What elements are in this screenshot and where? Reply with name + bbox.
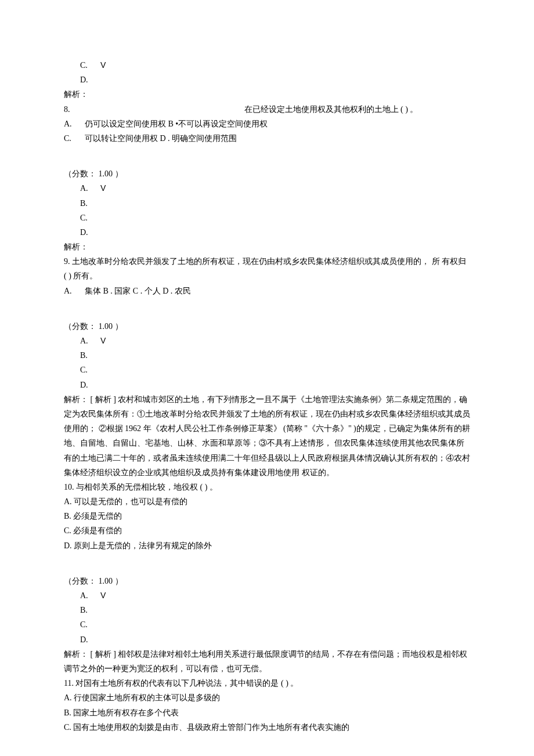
prev-analysis-label: 解析：	[64, 87, 470, 102]
q9-answer-a: A. V	[64, 334, 470, 348]
q10-option-d: D. 原则上是无偿的，法律另有规定的除外	[64, 538, 470, 553]
q9-answer-c: C.	[64, 363, 470, 377]
q11-option-a: A. 行使国家土地所有权的主体可以是多级的	[64, 690, 470, 705]
q9-stem: 9. 土地改革时分给农民并颁发了土地的所有权证，现在仍由村或乡农民集体经济组织或…	[64, 254, 470, 283]
prev-option-c: C. V	[64, 58, 470, 73]
q8-option-a-row: A.仍可以设定空间使用权 B •不可以再设定空间使用权	[64, 117, 470, 131]
q8-answer-c: C.	[64, 211, 470, 225]
q10-answer-c: C.	[64, 617, 470, 632]
q8-analysis-label: 解析：	[64, 240, 470, 254]
q10-option-c: C. 必须是有偿的	[64, 523, 470, 538]
prev-option-d: D.	[64, 73, 470, 87]
q10-score: （分数： 1.00 ）	[64, 574, 470, 588]
q10-stem: 10. 与相邻关系的无偿相比较，地役权 ( ) 。	[64, 480, 470, 494]
q9-analysis: 解析： [ 解析 ] 农村和城市郊区的土地，有下列情形之一且不属于《土地管理法实…	[64, 392, 470, 480]
q10-option-a: A. 可以是无偿的，也可以是有偿的	[64, 494, 470, 509]
q10-answer-d: D.	[64, 632, 470, 647]
q8-stem: 8.在已经设定土地使用权及其他权利的土地上 ( ) 。	[64, 102, 470, 117]
q10-answer-b: B.	[64, 603, 470, 617]
q11-option-c: C. 国有土地使用权的划拨是由市、县级政府土管部门作为土地所有者代表实施的	[64, 720, 470, 735]
q9-answer-b: B.	[64, 348, 470, 363]
q8-answer-a: A. V	[64, 181, 470, 196]
q10-option-b: B. 必须是无偿的	[64, 509, 470, 523]
q10-answer-a: A. V	[64, 588, 470, 603]
q8-answer-b: B.	[64, 196, 470, 211]
q8-option-c-row: C.可以转让空间使用权 D . 明确空间使用范围	[64, 131, 470, 146]
q8-answer-d: D.	[64, 225, 470, 240]
q9-answer-d: D.	[64, 378, 470, 392]
q10-analysis: 解析： [ 解析 ] 相邻权是法律对相邻土地利用关系进行最低限度调节的结局，不存…	[64, 647, 470, 676]
q11-stem: 11. 对国有土地所有权的代表有以下几种说法，其中错误的是 ( ) 。	[64, 676, 470, 690]
q11-option-b: B. 国家土地所有权存在多个代表	[64, 706, 470, 720]
q9-option-a-row: A.集体 B . 国家 C . 个人 D . 农民	[64, 284, 470, 298]
q9-score: （分数： 1.00 ）	[64, 319, 470, 334]
q8-score: （分数： 1.00 ）	[64, 167, 470, 181]
